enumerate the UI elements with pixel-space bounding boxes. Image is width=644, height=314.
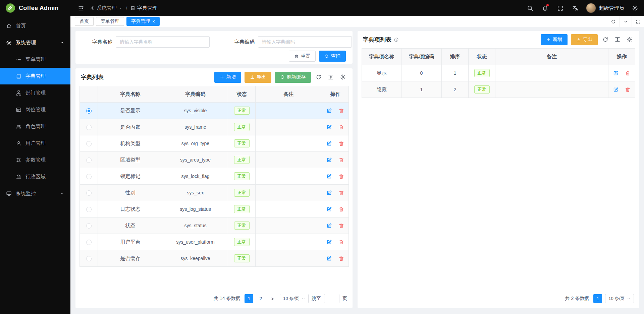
delete-button[interactable]	[338, 107, 345, 114]
sidebar-item-monitor[interactable]: 系统监控	[0, 185, 70, 202]
sidebar-item-user-mgmt[interactable]: 用户管理	[0, 135, 70, 151]
tabs-refresh-button[interactable]	[607, 16, 619, 27]
sidebar-item-dept-mgmt[interactable]: 部门管理	[0, 84, 70, 101]
sidebar-item-home[interactable]: 首页	[0, 17, 70, 34]
delete-button[interactable]	[338, 222, 345, 229]
edit-button[interactable]	[326, 107, 332, 114]
delete-button[interactable]	[338, 255, 345, 262]
sidebar-item-post-mgmt[interactable]: 岗位管理	[0, 101, 70, 118]
fullscreen-button[interactable]	[556, 4, 565, 12]
table-row[interactable]: 日志状态 sys_log_status 正常	[80, 201, 349, 217]
tab-label: 菜单管理	[101, 18, 119, 24]
row-radio[interactable]	[86, 240, 92, 245]
language-button[interactable]	[571, 4, 580, 12]
delete-button[interactable]	[338, 206, 345, 212]
sidebar-item-dict-mgmt[interactable]: 字典管理	[0, 68, 70, 84]
edit-button[interactable]	[326, 140, 332, 147]
tab-menu-mgmt[interactable]: 菜单管理	[96, 17, 124, 26]
edit-button[interactable]	[326, 173, 332, 180]
tabs-menu-button[interactable]	[619, 16, 632, 27]
status-badge: 正常	[234, 189, 250, 197]
delete-button[interactable]	[338, 173, 345, 180]
table-row[interactable]: 性别 sys_sex 正常	[80, 185, 349, 201]
dict-name-input[interactable]	[116, 36, 210, 48]
export-button[interactable]: 导出	[245, 72, 271, 83]
edit-button[interactable]	[326, 206, 332, 212]
delete-button[interactable]	[338, 239, 345, 245]
row-radio[interactable]	[86, 207, 92, 212]
delete-button[interactable]	[625, 70, 631, 76]
table-row[interactable]: 锁定标记 sys_lock_flag 正常	[80, 168, 349, 185]
row-radio[interactable]	[86, 141, 92, 146]
table-row[interactable]: 显示 0 1 正常	[362, 65, 635, 81]
next-page-button[interactable]: >	[268, 294, 277, 303]
edit-button[interactable]	[326, 156, 332, 163]
breadcrumb-item-system[interactable]: 系统管理	[90, 5, 122, 11]
row-radio[interactable]	[86, 108, 92, 114]
user-menu[interactable]: 超级管理员	[586, 3, 624, 13]
row-radio[interactable]	[86, 174, 92, 179]
row-radio[interactable]	[86, 223, 92, 229]
delete-button[interactable]	[338, 124, 345, 130]
table-row[interactable]: 状态 sys_status 正常	[80, 217, 349, 234]
table-row[interactable]: 是否显示 sys_visible 正常	[80, 103, 349, 119]
row-radio[interactable]	[86, 158, 92, 163]
edit-button[interactable]	[326, 255, 332, 262]
tab-dict-mgmt[interactable]: 字典管理 ×	[126, 17, 160, 26]
breadcrumb-item-dict[interactable]: 字典管理	[130, 5, 157, 11]
table-row[interactable]: 机构类型 sys_org_type 正常	[80, 135, 349, 152]
table-row[interactable]: 用户平台 sys_user_platform 正常	[80, 234, 349, 250]
delete-button[interactable]	[625, 86, 631, 93]
add-item-button[interactable]: 新增	[541, 34, 568, 45]
sidebar-item-region-mgmt[interactable]: 行政区域	[0, 168, 70, 185]
notifications-button[interactable]	[541, 4, 549, 12]
search-button[interactable]	[526, 4, 534, 12]
sidebar-item-param-mgmt[interactable]: 参数管理	[0, 151, 70, 168]
edit-button[interactable]	[612, 70, 619, 76]
cell-remark	[256, 217, 322, 234]
row-radio[interactable]	[86, 125, 92, 130]
query-button[interactable]: 查询	[319, 51, 346, 62]
delete-button[interactable]	[338, 140, 345, 147]
export-items-button[interactable]: 导出	[571, 34, 598, 45]
row-radio[interactable]	[86, 256, 92, 261]
page-size-select[interactable]: 10 条/页	[605, 294, 634, 303]
delete-button[interactable]	[338, 189, 345, 196]
tab-home[interactable]: 首页	[75, 17, 94, 26]
table-refresh-button[interactable]	[314, 73, 323, 81]
page-size-select[interactable]: 10 条/页	[280, 294, 309, 303]
table-row[interactable]: 是否内嵌 sys_frame 正常	[80, 119, 349, 135]
close-icon[interactable]: ×	[152, 19, 155, 24]
add-button[interactable]: 新增	[214, 72, 241, 83]
edit-button[interactable]	[326, 189, 332, 196]
edit-button[interactable]	[326, 239, 332, 245]
edit-button[interactable]	[326, 124, 332, 130]
table-refresh-button[interactable]	[601, 35, 610, 44]
page-button-1[interactable]: 1	[245, 294, 253, 303]
status-badge: 正常	[234, 238, 250, 246]
refresh-cache-button[interactable]: 刷新缓存	[275, 72, 311, 83]
table-size-button[interactable]	[613, 35, 622, 44]
edit-button[interactable]	[612, 86, 619, 93]
sidebar-item-system[interactable]: 系统管理	[0, 34, 70, 51]
reset-button[interactable]: 重置	[289, 51, 316, 62]
edit-button[interactable]	[326, 222, 332, 229]
page-button-2[interactable]: 2	[256, 294, 265, 303]
table-size-button[interactable]	[326, 73, 335, 81]
settings-button[interactable]	[631, 4, 639, 12]
sidebar-item-menu-mgmt[interactable]: 菜单管理	[0, 51, 70, 68]
row-radio[interactable]	[86, 190, 92, 196]
dict-code-input[interactable]	[258, 36, 352, 48]
page-button-1[interactable]: 1	[593, 294, 602, 303]
app-logo[interactable]: Coffee Admin	[0, 0, 70, 16]
table-row[interactable]: 隐藏 1 2 正常	[362, 81, 635, 98]
sidebar-fold-button[interactable]	[75, 2, 87, 14]
sidebar-item-role-mgmt[interactable]: 角色管理	[0, 118, 70, 135]
tabs-fullscreen-button[interactable]	[632, 16, 644, 27]
delete-button[interactable]	[338, 156, 345, 163]
table-row[interactable]: 是否缓存 sys_keepalive 正常	[80, 250, 349, 267]
table-settings-button[interactable]	[338, 73, 347, 81]
table-row[interactable]: 区域类型 sys_area_type 正常	[80, 152, 349, 168]
jump-page-input[interactable]	[324, 294, 339, 303]
table-settings-button[interactable]	[625, 35, 634, 44]
